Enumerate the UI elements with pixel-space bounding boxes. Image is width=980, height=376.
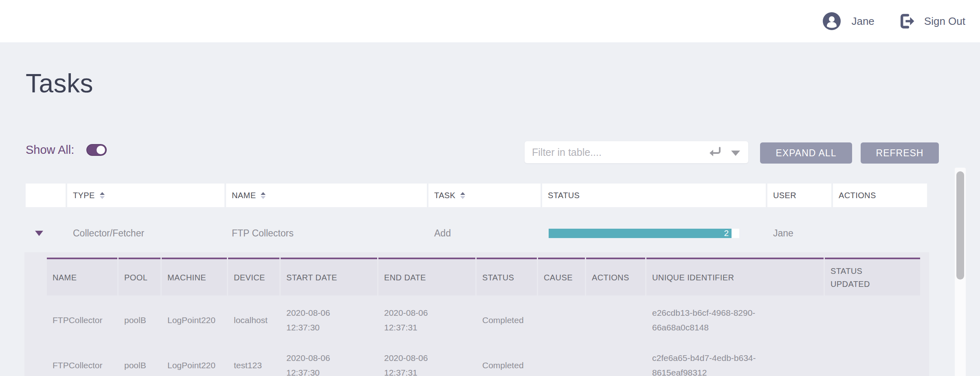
sub-cell-end-date: 2020-08-06 12:37:31 <box>378 300 475 341</box>
user-avatar-icon[interactable] <box>822 11 842 31</box>
task-progress-bar: 2 <box>549 229 739 238</box>
sub-cell-name: FTPCollector <box>47 345 117 376</box>
header-cell-task[interactable]: TASK <box>428 184 541 207</box>
row-cell-name: FTP Collectors <box>226 220 427 246</box>
sub-header-end-date: END DATE <box>378 258 475 295</box>
sub-cell-unique-identifier: e26cdb13-b6cf-4968-8290-66a68a0c8148 <box>646 300 824 341</box>
main-table-header: TYPE NAME TASK STATUS USER ACTIONS <box>26 184 927 207</box>
sub-cell-machine: LogPoint220 <box>162 300 227 341</box>
top-bar-user-area: Jane Sign Out <box>822 11 965 31</box>
sub-cell-pool: poolB <box>119 345 160 376</box>
sub-header-start-date: START DATE <box>281 258 377 295</box>
unique-identifier-value: e26cdb13-b6cf-4968-8290-66a68a0c8148 <box>652 306 774 335</box>
sub-table-row: FTPCollector poolB LogPoint220 localhost… <box>47 300 929 341</box>
task-progress-count: 2 <box>724 229 732 238</box>
sub-cell-start-date: 2020-08-06 12:37:30 <box>281 300 377 341</box>
row-cell-type: Collector/Fetcher <box>67 220 224 246</box>
task-progress-fill: 2 <box>549 229 732 238</box>
sub-cell-name: FTPCollector <box>47 300 117 341</box>
sub-cell-end-date: 2020-08-06 12:37:31 <box>378 345 475 376</box>
collapse-row-icon <box>35 231 43 236</box>
header-cell-type[interactable]: TYPE <box>67 184 224 207</box>
sign-out-icon[interactable] <box>898 12 916 30</box>
sort-icon[interactable] <box>100 192 105 199</box>
sub-header-status-updated: STATUS UPDATED <box>825 258 920 295</box>
enter-key-icon[interactable] <box>709 146 721 158</box>
sort-icon[interactable] <box>460 192 465 199</box>
header-label: NAME <box>232 191 256 200</box>
end-date-value: 2020-08-06 12:37:31 <box>384 351 435 376</box>
sub-header-cause: CAUSE <box>538 258 585 295</box>
scrollbar-thumb[interactable] <box>956 171 964 280</box>
sub-cell-status: Completed <box>477 345 537 376</box>
tasks-page: { "topbar": { "user_name": "Jane", "sign… <box>0 0 980 376</box>
header-cell-user: USER <box>767 184 831 207</box>
show-all-label: Show All: <box>26 143 74 157</box>
top-bar: Jane Sign Out <box>0 0 980 42</box>
unique-identifier-value: c2fe6a65-b4d7-4edb-b634-8615eaf98312 <box>652 351 774 376</box>
filter-input-wrap <box>525 141 748 163</box>
table-row: Collector/Fetcher FTP Collectors Add 2 J… <box>26 220 927 246</box>
sort-icon[interactable] <box>261 192 266 199</box>
row-cell-user: Jane <box>767 220 831 246</box>
sub-header-machine: MACHINE <box>162 258 227 295</box>
row-expand-toggle[interactable] <box>26 220 66 246</box>
show-all-toggle[interactable] <box>86 144 107 156</box>
sub-table-row: FTPCollector poolB LogPoint220 test123 2… <box>47 345 929 376</box>
header-label: USER <box>773 191 796 200</box>
sub-cell-status-updated <box>825 345 920 376</box>
sub-header-unique-identifier: UNIQUE IDENTIFIER <box>646 258 824 295</box>
sub-cell-actions <box>586 300 645 341</box>
sub-cell-device: test123 <box>228 345 279 376</box>
sub-cell-actions <box>586 345 645 376</box>
sub-header-device: DEVICE <box>228 258 279 295</box>
expand-all-button[interactable]: EXPAND ALL <box>760 142 852 164</box>
sub-header-status: STATUS <box>477 258 537 295</box>
sub-cell-status-updated <box>825 300 920 341</box>
sub-header-label: STATUS UPDATED <box>831 265 875 291</box>
vertical-scrollbar[interactable] <box>955 168 966 376</box>
header-cell-actions: ACTIONS <box>833 184 927 207</box>
toggle-knob <box>97 146 105 154</box>
start-date-value: 2020-08-06 12:37:30 <box>286 351 337 376</box>
header-label: TASK <box>434 191 455 200</box>
sign-out-button[interactable]: Sign Out <box>924 15 965 28</box>
end-date-value: 2020-08-06 12:37:31 <box>384 306 435 335</box>
show-all-control: Show All: <box>26 143 107 157</box>
sub-cell-device: localhost <box>228 300 279 341</box>
sub-cell-pool: poolB <box>119 300 160 341</box>
sub-cell-status: Completed <box>477 300 537 341</box>
header-cell-status: STATUS <box>542 184 766 207</box>
header-label: TYPE <box>73 191 95 200</box>
user-name[interactable]: Jane <box>851 15 874 28</box>
sub-header-name: NAME <box>47 258 117 295</box>
row-cell-task: Add <box>428 220 541 246</box>
row-cell-status: 2 <box>542 220 766 246</box>
row-cell-actions <box>833 220 927 246</box>
header-cell-expand <box>26 184 66 207</box>
sub-table: NAME POOL MACHINE DEVICE START DATE END … <box>24 252 929 376</box>
filter-dropdown-icon[interactable] <box>731 151 740 156</box>
sub-header-actions: ACTIONS <box>586 258 645 295</box>
sub-cell-cause <box>538 345 585 376</box>
sub-table-header: NAME POOL MACHINE DEVICE START DATE END … <box>47 258 929 295</box>
header-cell-name[interactable]: NAME <box>226 184 427 207</box>
refresh-button[interactable]: REFRESH <box>861 142 939 164</box>
start-date-value: 2020-08-06 12:37:30 <box>286 306 337 335</box>
sub-cell-machine: LogPoint220 <box>162 345 227 376</box>
sub-cell-unique-identifier: c2fe6a65-b4d7-4edb-b634-8615eaf98312 <box>646 345 824 376</box>
header-label: ACTIONS <box>839 191 876 200</box>
page-title: Tasks <box>26 68 93 98</box>
sub-header-pool: POOL <box>119 258 160 295</box>
sub-cell-start-date: 2020-08-06 12:37:30 <box>281 345 377 376</box>
header-label: STATUS <box>548 191 580 200</box>
sub-cell-cause <box>538 300 585 341</box>
